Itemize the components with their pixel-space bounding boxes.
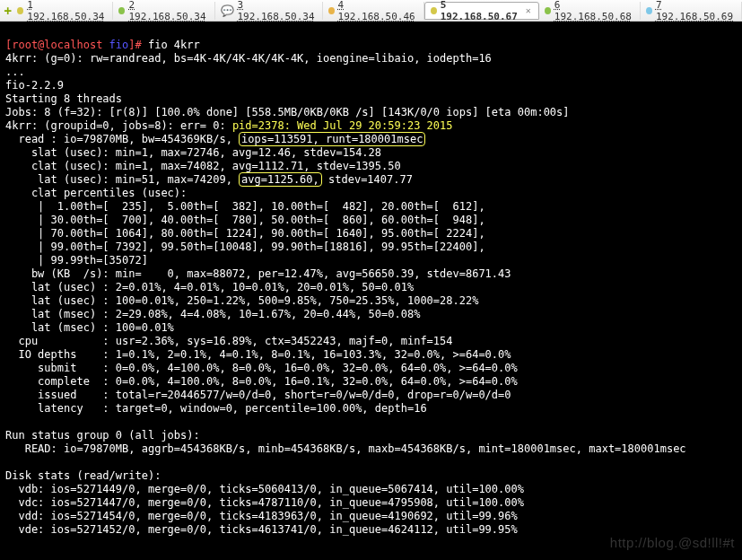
- output-line: Starting 8 threads: [5, 92, 122, 105]
- output-line: vdb: ios=5271449/0, merge=0/0, ticks=506…: [5, 483, 524, 495]
- output-line: Run status group 0 (all jobs):: [5, 429, 200, 442]
- output-line: Jobs: 8 (f=32): [r(8)] [100.0% done] [55…: [5, 106, 570, 118]
- tab-4[interactable]: 4 192.168.50.46: [323, 2, 424, 20]
- tab-label: 5 192.168.50.67: [441, 0, 519, 22]
- output-line: lat (usec) : 100=0.01%, 250=1.22%, 500=9…: [5, 294, 478, 307]
- tab-label: 2 192.168.50.34: [128, 0, 206, 22]
- tab-bar: + 1 192.168.50.34 2 192.168.50.34 💬 3 19…: [0, 0, 742, 22]
- output-line: lat (usec): min=51, max=74209,: [5, 173, 239, 186]
- output-line: slat (usec): min=1, max=72746, avg=12.46…: [5, 146, 381, 159]
- tab-label: 1 192.168.50.34: [27, 0, 105, 22]
- output-line: vdc: ios=5271447/0, merge=0/0, ticks=478…: [5, 496, 524, 509]
- output-line: vdd: ios=5271454/0, merge=0/0, ticks=418…: [5, 510, 518, 522]
- tab-1[interactable]: 1 192.168.50.34: [12, 2, 113, 20]
- output-line: Disk stats (read/write):: [5, 469, 161, 482]
- output-line: lat (msec) : 100=0.01%: [5, 321, 174, 334]
- output-line: bw (KB /s): min= 0, max=88072, per=12.47…: [5, 267, 511, 280]
- output-line: | 99.00th=[ 7392], 99.50th=[10048], 99.9…: [5, 241, 485, 253]
- output-line: lat (msec) : 2=29.08%, 4=4.08%, 10=1.67%…: [5, 308, 420, 320]
- output-line: | 1.00th=[ 235], 5.00th=[ 382], 10.00th=…: [5, 200, 485, 213]
- close-icon[interactable]: ✕: [526, 5, 531, 15]
- command-text: fio 4krr: [148, 39, 200, 51]
- output-line: submit : 0=0.0%, 4=100.0%, 8=0.0%, 16=0.…: [5, 362, 518, 374]
- tab-5-active[interactable]: 5 192.168.50.67 ✕: [424, 2, 539, 20]
- status-dot-icon: [118, 7, 125, 14]
- output-line: 4krr: (groupid=0, jobs=8): err= 0:: [5, 119, 232, 132]
- tab-7[interactable]: 7 192.168.50.69: [641, 2, 742, 20]
- iops-highlight-box: iops=113591, runt=180001msec: [239, 132, 425, 146]
- tab-6[interactable]: 6 192.168.50.68: [539, 2, 641, 20]
- status-dot-icon: [328, 7, 335, 14]
- output-line: issued : total=r=20446577/w=0/d=0, short…: [5, 389, 511, 401]
- prompt-user-host: [root@localhost: [5, 39, 109, 51]
- output-line: stdev=1407.77: [322, 173, 413, 186]
- tab-2[interactable]: 2 192.168.50.34: [113, 2, 214, 20]
- prompt-dir: fio: [109, 39, 129, 51]
- output-line: clat (usec): min=1, max=74082, avg=1112.…: [5, 160, 401, 172]
- output-line: read : io=79870MB, bw=454369KB/s,: [5, 133, 239, 145]
- output-line: complete : 0=0.0%, 4=100.0%, 8=0.0%, 16=…: [5, 375, 518, 388]
- output-line: | 70.00th=[ 1064], 80.00th=[ 1224], 90.0…: [5, 227, 485, 240]
- prompt-suffix: ]#: [128, 39, 148, 51]
- output-line: vde: ios=5271452/0, merge=0/0, ticks=461…: [5, 523, 518, 536]
- output-line: cpu : usr=2.36%, sys=16.89%, ctx=3452243…: [5, 335, 453, 347]
- output-line: clat percentiles (usec):: [5, 187, 187, 199]
- watermark-text: http://blog.@sd!ll!#t: [610, 536, 735, 549]
- status-dot-icon: [545, 7, 551, 14]
- tab-3[interactable]: 💬 3 192.168.50.34: [215, 2, 323, 20]
- output-line: ...: [5, 66, 25, 78]
- tab-label: 3 192.168.50.34: [238, 0, 315, 22]
- chat-icon: 💬: [221, 4, 234, 17]
- avg-highlight-box: avg=1125.60,: [239, 172, 322, 187]
- output-highlight: pid=2378: Wed Jul 29 20:59:23 2015: [232, 119, 453, 132]
- output-line: latency : target=0, window=0, percentile…: [5, 402, 427, 415]
- output-line: READ: io=79870MB, aggrb=454368KB/s, minb…: [5, 442, 686, 455]
- output-line: | 30.00th=[ 700], 40.00th=[ 780], 50.00t…: [5, 214, 485, 226]
- output-line: 4krr: (g=0): rw=randread, bs=4K-4K/4K-4K…: [5, 52, 492, 65]
- tab-label: 6 192.168.50.68: [554, 0, 633, 22]
- output-line: | 99.99th=[35072]: [5, 254, 148, 267]
- output-line: IO depths : 1=0.1%, 2=0.1%, 4=0.1%, 8=0.…: [5, 348, 511, 361]
- status-dot-icon: [17, 7, 23, 14]
- status-dot-icon: [431, 7, 437, 14]
- tab-label: 4 192.168.50.46: [338, 0, 416, 22]
- terminal-output[interactable]: [root@localhost fio]# fio 4krr 4krr: (g=…: [0, 22, 742, 560]
- status-dot-icon: [646, 7, 652, 14]
- tab-label: 7 192.168.50.69: [656, 0, 734, 22]
- output-line: fio-2.2.9: [5, 79, 64, 92]
- new-tab-button[interactable]: +: [4, 3, 12, 19]
- output-line: lat (usec) : 2=0.01%, 4=0.01%, 10=0.01%,…: [5, 281, 414, 293]
